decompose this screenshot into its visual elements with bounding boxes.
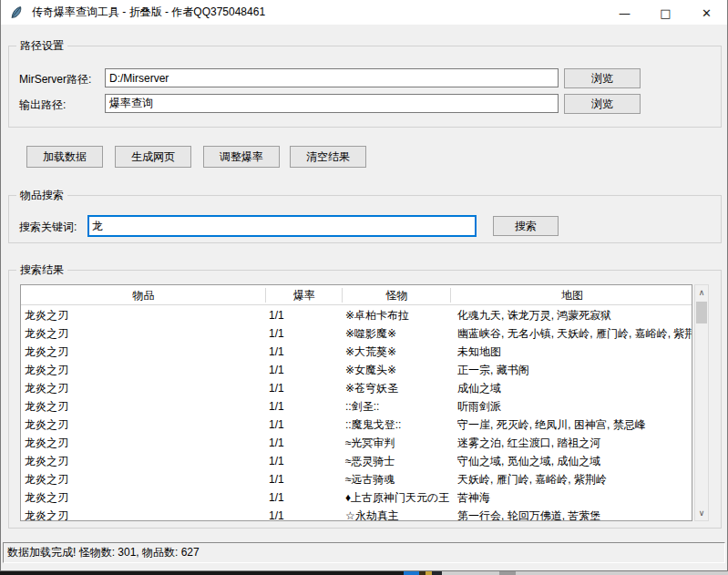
cell-item: 龙炎之刃 xyxy=(25,361,265,379)
table-row[interactable]: 龙炎之刃1/1※卓柏卡布拉化魂九天, 诛龙万灵, 鸿蒙死寂狱 xyxy=(21,306,692,324)
cell-rate: 1/1 xyxy=(269,324,342,343)
search-results-group-label: 搜索结果 xyxy=(16,262,67,278)
search-button-label: 搜索 xyxy=(515,219,537,234)
cell-item: 龙炎之刃 xyxy=(25,379,265,397)
app-window: 传奇爆率查询工具 - 折叠版 - 作者QQ375048461 — □ ✕ 路径设… xyxy=(0,0,728,571)
cell-item: 龙炎之刃 xyxy=(25,507,265,521)
search-button[interactable]: 搜索 xyxy=(493,216,559,236)
cell-map: 第一行会, 轮回万佛道, 苦萦堡 xyxy=(457,507,692,521)
table-row[interactable]: 龙炎之刃1/1☆永劫真主第一行会, 轮回万佛道, 苦萦堡 xyxy=(21,507,692,521)
taskbar-fragment xyxy=(499,571,516,575)
mirserver-path-label: MirServer路径: xyxy=(19,72,91,87)
cell-rate: 1/1 xyxy=(269,397,342,416)
column-header-map[interactable]: 地图 xyxy=(451,285,692,305)
clear-results-label: 清空结果 xyxy=(306,149,350,165)
search-keyword-label: 搜索关键词: xyxy=(19,220,77,235)
table-row[interactable]: 龙炎之刃1/1♦上古原神门天元の王苦神海 xyxy=(21,488,692,507)
browse-mirserver-button[interactable]: 浏览 xyxy=(564,68,641,88)
cell-map: 化魂九天, 诛龙万灵, 鸿蒙死寂狱 xyxy=(457,306,692,324)
close-button[interactable]: ✕ xyxy=(686,0,727,26)
cell-map: 成仙之域 xyxy=(457,379,692,397)
adjust-rate-button[interactable]: 调整爆率 xyxy=(203,146,280,168)
output-path-value: 爆率查询 xyxy=(109,96,153,111)
mirserver-path-value: D:/Mirserver xyxy=(109,72,169,85)
cell-item: 龙炎之刃 xyxy=(25,452,265,470)
cell-map: 幽蓝峡谷, 无名小镇, 天妖岭, 雁门岭, 嘉峪岭, 紫荆岭 xyxy=(457,324,692,343)
table-row[interactable]: 龙炎之刃1/1::剑圣::听雨剑派 xyxy=(21,397,692,416)
minimize-button[interactable]: — xyxy=(604,0,645,26)
column-separator[interactable] xyxy=(342,288,343,303)
table-row[interactable]: 龙炎之刃1/1≈远古骑魂天妖岭, 雁门岭, 嘉峪岭, 紫荆岭 xyxy=(21,470,692,488)
python-feather-icon xyxy=(9,5,24,20)
load-data-label: 加载数据 xyxy=(43,149,87,165)
table-row[interactable]: 龙炎之刃1/1※女魔头※正一宗, 藏书阁 xyxy=(21,361,692,379)
window-title: 传奇爆率查询工具 - 折叠版 - 作者QQ375048461 xyxy=(32,5,265,20)
results-table-header: 物品 爆率 怪物 地图 xyxy=(21,285,692,305)
cell-item: 龙炎之刃 xyxy=(25,306,265,324)
table-row[interactable]: 龙炎之刃1/1※大荒獒※未知地图 xyxy=(21,343,692,361)
cell-rate: 1/1 xyxy=(269,452,342,470)
results-table-body: 龙炎之刃1/1※卓柏卡布拉化魂九天, 诛龙万灵, 鸿蒙死寂狱龙炎之刃1/1※噬影… xyxy=(21,306,692,521)
cell-item: 龙炎之刃 xyxy=(25,397,265,416)
mirserver-path-input[interactable]: D:/Mirserver xyxy=(105,68,559,87)
cell-map: 守一崖, 死灭岭, 绝凤川, 困神宫, 禁忌峰 xyxy=(457,416,692,434)
cell-item: 龙炎之刃 xyxy=(25,343,265,361)
table-row[interactable]: 龙炎之刃1/1≈光冥审判迷雾之泊, 红尘渡口, 踏祖之河 xyxy=(21,434,692,452)
cell-rate: 1/1 xyxy=(269,379,342,397)
cell-rate: 1/1 xyxy=(269,416,342,434)
cell-rate: 1/1 xyxy=(269,488,342,507)
maximize-button[interactable]: □ xyxy=(645,0,686,26)
browse-mirserver-label: 浏览 xyxy=(591,71,613,87)
maximize-icon: □ xyxy=(660,6,671,20)
load-data-button[interactable]: 加载数据 xyxy=(26,146,103,168)
scrollbar-up-icon[interactable]: ∧ xyxy=(695,285,708,300)
browse-output-button[interactable]: 浏览 xyxy=(564,94,641,114)
close-icon: ✕ xyxy=(702,6,712,20)
taskbar-sliver xyxy=(0,571,728,575)
column-header-rate[interactable]: 爆率 xyxy=(266,285,343,305)
path-settings-group-label: 路径设置 xyxy=(16,38,67,54)
adjust-rate-label: 调整爆率 xyxy=(220,149,263,165)
table-row[interactable]: 龙炎之刃1/1≈恶灵骑士守仙之域, 觅仙之域, 成仙之域 xyxy=(21,452,692,470)
cell-map: 未知地图 xyxy=(457,343,692,361)
cell-map: 迷雾之泊, 红尘渡口, 踏祖之河 xyxy=(457,434,692,452)
column-header-monster[interactable]: 怪物 xyxy=(343,285,451,305)
cell-item: 龙炎之刃 xyxy=(25,434,265,452)
cell-map: 守仙之域, 觅仙之域, 成仙之域 xyxy=(457,452,692,470)
cell-item: 龙炎之刃 xyxy=(25,416,265,434)
scrollbar-down-icon[interactable]: ∨ xyxy=(695,506,708,520)
status-bar: 数据加载完成! 怪物数: 301, 物品数: 627 xyxy=(3,542,725,563)
cell-rate: 1/1 xyxy=(269,306,342,324)
results-table: 物品 爆率 怪物 地图 龙炎之刃1/1※卓柏卡布拉化魂九天, 诛龙万灵, 鸿蒙死… xyxy=(20,284,692,521)
minimize-icon: — xyxy=(619,6,631,20)
results-scrollbar[interactable]: ∧ ∨ xyxy=(694,284,709,521)
cell-map: 正一宗, 藏书阁 xyxy=(457,361,692,379)
column-header-item[interactable]: 物品 xyxy=(21,285,266,305)
clear-results-button[interactable]: 清空结果 xyxy=(290,146,366,168)
column-separator[interactable] xyxy=(450,288,451,303)
output-path-label: 输出路径: xyxy=(19,98,66,113)
output-path-input[interactable]: 爆率查询 xyxy=(105,94,559,113)
status-text: 数据加载完成! 怪物数: 301, 物品数: 627 xyxy=(7,545,200,560)
table-row[interactable]: 龙炎之刃1/1::魔鬼戈登::守一崖, 死灭岭, 绝凤川, 困神宫, 禁忌峰 xyxy=(21,416,692,434)
item-search-group-label: 物品搜索 xyxy=(16,188,67,203)
title-bar[interactable]: 传奇爆率查询工具 - 折叠版 - 作者QQ375048461 — □ ✕ xyxy=(1,0,727,26)
taskbar-fragment xyxy=(404,571,419,575)
search-keyword-input[interactable]: 龙 xyxy=(87,215,477,237)
column-separator[interactable] xyxy=(265,288,266,303)
table-row[interactable]: 龙炎之刃1/1※噬影魔※幽蓝峡谷, 无名小镇, 天妖岭, 雁门岭, 嘉峪岭, 紫… xyxy=(21,324,692,343)
search-keyword-value: 龙 xyxy=(92,219,103,234)
generate-page-button[interactable]: 生成网页 xyxy=(115,146,191,168)
cell-map: 听雨剑派 xyxy=(457,397,692,416)
cell-item: 龙炎之刃 xyxy=(25,470,265,488)
cell-item: 龙炎之刃 xyxy=(25,324,265,343)
cell-map: 苦神海 xyxy=(457,488,692,507)
scrollbar-thumb[interactable] xyxy=(696,302,707,323)
cell-rate: 1/1 xyxy=(269,343,342,361)
taskbar-fragment xyxy=(0,571,404,575)
cell-map: 天妖岭, 雁门岭, 嘉峪岭, 紫荆岭 xyxy=(457,470,692,488)
browse-output-label: 浏览 xyxy=(591,97,613,112)
cell-item: 龙炎之刃 xyxy=(25,488,265,507)
table-row[interactable]: 龙炎之刃1/1※苍穹妖圣成仙之域 xyxy=(21,379,692,397)
cell-rate: 1/1 xyxy=(269,507,342,521)
